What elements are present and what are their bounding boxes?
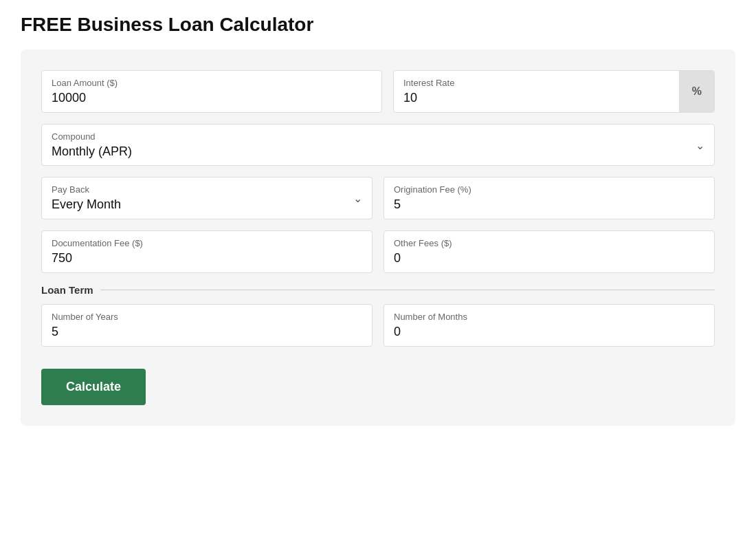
loan-term-heading: Loan Term [41,284,715,296]
loan-term-section: Loan Term Number of Years Number of Mont… [41,284,715,347]
compound-field: Compound Daily Weekly Monthly (APR) Quar… [41,124,715,166]
row-compound: Compound Daily Weekly Monthly (APR) Quar… [41,124,715,166]
interest-rate-input[interactable] [403,91,669,105]
other-fees-field: Other Fees ($) [383,230,715,273]
payback-field: Pay Back Every Day Every Week Every 2 We… [41,177,373,219]
origination-fee-input[interactable] [394,197,704,212]
compound-label: Compound [52,131,704,142]
documentation-fee-input[interactable] [52,251,362,266]
documentation-fee-label: Documentation Fee ($) [52,238,362,248]
other-fees-input[interactable] [394,251,704,266]
calculate-button[interactable]: Calculate [41,369,146,405]
origination-fee-field: Origination Fee (%) [383,177,715,219]
calculator-container: Loan Amount ($) Interest Rate % Compound… [21,50,735,426]
other-fees-label: Other Fees ($) [394,238,704,248]
payback-label: Pay Back [52,184,362,195]
loan-term-label-text: Loan Term [41,284,93,296]
number-of-months-input[interactable] [394,325,704,339]
number-of-years-label: Number of Years [52,312,362,322]
row-doc-other-fees: Documentation Fee ($) Other Fees ($) [41,230,715,273]
page-title: FREE Business Loan Calculator [21,14,735,36]
loan-amount-label: Loan Amount ($) [52,78,372,88]
number-of-years-field: Number of Years [41,304,373,347]
percent-badge: % [679,71,714,112]
origination-fee-label: Origination Fee (%) [394,184,704,195]
compound-select[interactable]: Daily Weekly Monthly (APR) Quarterly Sem… [52,144,704,158]
number-of-months-label: Number of Months [394,312,704,322]
interest-rate-field: Interest Rate % [393,70,715,113]
interest-rate-label: Interest Rate [403,78,669,88]
row-loan-interest: Loan Amount ($) Interest Rate % [41,70,715,113]
documentation-fee-field: Documentation Fee ($) [41,230,373,273]
row-payback-origination: Pay Back Every Day Every Week Every 2 We… [41,177,715,219]
number-of-months-field: Number of Months [383,304,715,347]
loan-amount-input[interactable] [52,91,372,105]
loan-amount-field: Loan Amount ($) [41,70,382,113]
number-of-years-input[interactable] [52,325,362,339]
payback-select[interactable]: Every Day Every Week Every 2 Weeks Every… [52,197,362,211]
row-years-months: Number of Years Number of Months [41,304,715,347]
